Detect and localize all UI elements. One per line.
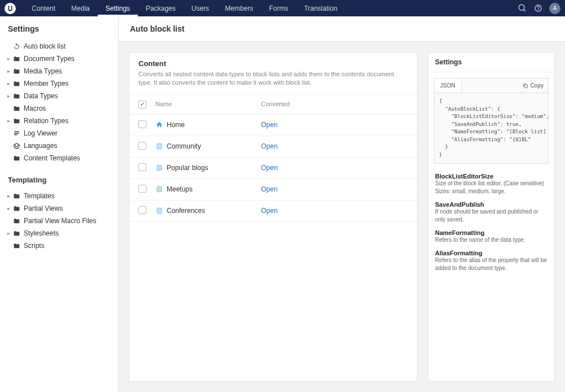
nav-item-media[interactable]: Media (63, 0, 98, 16)
doc-icon (155, 207, 167, 215)
setting-description: Size of the block list editor. (Case sen… (435, 180, 547, 195)
tree-item-label: Scripts (24, 242, 112, 250)
row-checkbox[interactable] (138, 120, 146, 128)
sidebar-item-document-types[interactable]: ▸Document Types (6, 53, 112, 65)
expand-caret-icon[interactable]: ▸ (6, 118, 11, 124)
content-panel-description: Converts all nested content data types t… (138, 70, 408, 88)
tree-item-label: Relation Types (24, 117, 112, 125)
row-checkbox[interactable] (138, 163, 146, 171)
row-name: Home (167, 121, 261, 129)
home-icon (155, 121, 167, 129)
folder-icon (11, 105, 21, 112)
sidebar-item-member-types[interactable]: ▸Member Types (6, 77, 112, 90)
tree-item-label: Data Types (24, 92, 112, 100)
folder-icon (11, 193, 21, 200)
select-all-checkbox[interactable]: ✓ (138, 101, 146, 108)
tree-item-label: Stylesheets (24, 229, 112, 237)
sidebar-item-partial-view-macro-files[interactable]: Partial View Macro Files (6, 215, 112, 227)
nav-item-translation[interactable]: Translation (296, 0, 345, 16)
sidebar-item-log-viewer[interactable]: Log Viewer (6, 127, 112, 140)
row-checkbox[interactable] (138, 142, 146, 150)
content-area: Auto block list Content Converts all nes… (119, 16, 565, 392)
sidebar-item-languages[interactable]: Languages (6, 140, 112, 152)
nav-item-settings[interactable]: Settings (98, 0, 138, 16)
setting-name: SaveAndPublish (435, 201, 547, 208)
open-link[interactable]: Open (261, 142, 277, 150)
tree-item-label: Auto block list (24, 42, 112, 50)
sidebar-item-relation-types[interactable]: ▸Relation Types (6, 115, 112, 127)
sidebar-item-templates[interactable]: ▸Templates (6, 190, 112, 202)
folder-icon (11, 230, 21, 237)
folder-icon (11, 217, 21, 225)
open-link[interactable]: Open (261, 207, 277, 215)
table-row: ConferencesOpen (129, 201, 417, 222)
row-checkbox[interactable] (138, 185, 146, 193)
folder-icon (11, 117, 21, 125)
section-header-templating: Templating (8, 176, 110, 184)
setting-name: NameFormatting (435, 229, 547, 236)
expand-caret-icon[interactable]: ▸ (6, 81, 11, 86)
expand-caret-icon[interactable]: ▸ (6, 56, 11, 62)
table-row: MeetupsOpen (129, 179, 417, 201)
setting-item: NameFormattingRefers to the name of the … (435, 229, 547, 244)
sidebar-item-data-types[interactable]: ▸Data Types (6, 90, 112, 102)
folder-icon (11, 93, 21, 100)
app-logo[interactable] (5, 3, 16, 14)
tree-item-label: Partial Views (24, 204, 112, 212)
copy-button[interactable]: Copy (518, 79, 548, 93)
sidebar-title: Settings (8, 24, 110, 33)
nav-item-users[interactable]: Users (184, 0, 217, 16)
sidebar-item-macros[interactable]: Macros (6, 102, 112, 115)
sidebar-item-auto-block-list[interactable]: Auto block list (6, 40, 112, 53)
setting-item: SaveAndPublishIf node should be saved an… (435, 201, 547, 224)
tree-item-label: Member Types (24, 80, 112, 88)
content-panel-title: Content (138, 59, 408, 68)
nav-item-forms[interactable]: Forms (261, 0, 296, 16)
content-panel: Content Converts all nested content data… (129, 52, 418, 382)
sidebar-item-partial-views[interactable]: ▸Partial Views (6, 202, 112, 215)
json-code[interactable]: { "AutoBlockList": { "BlockListEditorSiz… (434, 93, 548, 163)
doc-icon (155, 142, 167, 150)
expand-caret-icon[interactable]: ▸ (6, 68, 11, 74)
expand-caret-icon[interactable]: ▸ (6, 230, 11, 236)
top-nav: ContentMediaSettingsPackagesUsersMembers… (24, 0, 345, 16)
table-row: Popular blogsOpen (129, 158, 417, 179)
avatar[interactable]: A (549, 3, 560, 14)
column-name: Name (155, 101, 261, 108)
sidebar: Settings Auto block list▸Document Types▸… (0, 16, 119, 392)
search-icon[interactable] (514, 4, 530, 12)
expand-caret-icon[interactable]: ▸ (6, 93, 11, 99)
sidebar-item-media-types[interactable]: ▸Media Types (6, 65, 112, 77)
help-icon[interactable] (530, 4, 546, 12)
table-row: CommunityOpen (129, 136, 417, 158)
setting-item: AliasFormattingRefers to the alias of th… (435, 250, 547, 272)
copy-icon (523, 83, 528, 89)
tree-item-label: Macros (24, 104, 112, 112)
tree-item-label: Partial View Macro Files (24, 217, 112, 225)
json-tab[interactable]: JSON (434, 79, 462, 93)
row-name: Meetups (167, 185, 261, 193)
sidebar-item-stylesheets[interactable]: ▸Stylesheets (6, 227, 112, 239)
tree-item-label: Languages (24, 142, 112, 150)
tree-item-label: Templates (24, 192, 112, 200)
top-bar: ContentMediaSettingsPackagesUsersMembers… (0, 0, 565, 16)
open-link[interactable]: Open (261, 164, 277, 172)
expand-caret-icon[interactable]: ▸ (6, 206, 11, 211)
nav-item-packages[interactable]: Packages (138, 0, 184, 16)
nav-item-content[interactable]: Content (24, 0, 63, 16)
row-checkbox[interactable] (138, 206, 146, 214)
setting-description: Refers to the name of the data type. (435, 236, 547, 244)
json-block: JSON Copy { "AutoBlockList": { "BlockLis… (434, 78, 549, 164)
sidebar-item-content-templates[interactable]: Content Templates (6, 152, 112, 164)
tree-item-label: Content Templates (24, 154, 112, 162)
settings-panel: Settings JSON Copy { "AutoBlockList": { … (428, 52, 555, 382)
sidebar-item-scripts[interactable]: Scripts (6, 239, 112, 252)
folder-icon (11, 55, 21, 63)
open-link[interactable]: Open (261, 185, 277, 193)
setting-name: BlockListEditorSize (435, 173, 547, 180)
setting-name: AliasFormatting (435, 250, 547, 256)
setting-description: Refers to the alias of the property that… (435, 256, 547, 272)
expand-caret-icon[interactable]: ▸ (6, 193, 11, 199)
open-link[interactable]: Open (261, 121, 277, 129)
nav-item-members[interactable]: Members (217, 0, 261, 16)
